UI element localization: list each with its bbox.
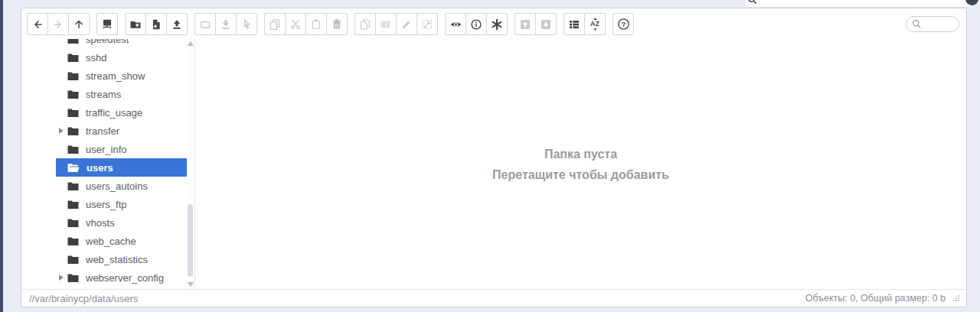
tree-item-sshd[interactable]: sshd [21,48,194,67]
topstrip-search-box[interactable] [744,0,972,8]
sort-az-icon: ▲AZ▼ [590,17,599,31]
toolbar-group-view-info [445,13,508,35]
tree-item-inner[interactable]: vhosts [56,213,193,232]
tree-item-inner[interactable]: transfer [56,122,193,140]
tree-item-stream_show[interactable]: stream_show [21,67,194,85]
forward-button[interactable] [47,13,69,35]
copy-button[interactable] [264,13,286,35]
status-right: Объекты: 0, Общий размер: 0 b [805,293,960,304]
tree-item-label: users_ftp [86,199,126,210]
tree-scrollbar[interactable] [187,39,194,289]
eye-icon [449,18,462,31]
tree-item-inner[interactable]: traffic_usage [56,103,193,122]
tree-item-traffic_usage[interactable]: traffic_usage [21,103,194,122]
sort-button[interactable]: ▲AZ▼ [584,13,606,35]
tree-item-inner[interactable]: stream_show [56,67,193,85]
tree-item-web_cache[interactable]: web_cache [21,232,194,250]
preview-button[interactable] [445,13,466,35]
tree-item-inner[interactable]: web_statistics [56,250,193,268]
tree-item-web_statistics[interactable]: web_statistics [21,250,194,268]
tree-item-users[interactable]: users [21,158,194,177]
list-view-icon [568,18,580,31]
content-area: speedtest sshd stream_show streams [21,39,966,289]
tree-item-speedtest[interactable]: speedtest [21,39,194,48]
new-folder-button[interactable] [125,13,146,35]
resize-grip-icon[interactable] [952,294,960,302]
open-button[interactable] [194,13,216,35]
download-button[interactable] [215,13,237,35]
info-button[interactable] [466,13,487,35]
asterisk-icon [491,18,503,31]
toolbar-group-display: ▲AZ▼ [564,13,606,35]
delete-button[interactable] [326,13,348,35]
tree-item-label: vhosts [86,217,115,229]
paste-button[interactable] [305,13,327,35]
tree-item-users_ftp[interactable]: users_ftp [21,195,194,213]
duplicate-button[interactable] [354,13,376,35]
back-button[interactable] [27,13,48,35]
rectangle-icon [199,18,211,31]
folder-icon [67,53,79,63]
empty-folder-message: Папка пуста Перетащите чтобы добавить [492,144,669,185]
edit-button[interactable] [396,13,417,35]
upload-button[interactable] [166,13,188,35]
toolbar-group-navigation [27,13,90,35]
info-circle-icon [470,18,482,31]
up-button[interactable] [68,13,90,35]
new-file-button[interactable] [145,13,167,35]
tree-item-users_autoins[interactable]: users_autoins [21,177,194,195]
archive-button[interactable] [514,13,536,35]
folder-icon [67,108,79,118]
tree-item-streams[interactable]: streams [21,85,194,103]
tree-item-inner[interactable]: streams [56,85,193,103]
tree-item-label: traffic_usage [86,107,142,119]
tree-item-user_info[interactable]: user_info [21,140,194,158]
folder-plus-icon [129,18,142,31]
tree-item-inner[interactable]: users_ftp [56,195,193,213]
tree-item-inner[interactable]: speedtest [56,39,193,48]
cut-button[interactable] [285,13,306,35]
permissions-button[interactable] [486,13,508,35]
question-circle-icon: ? [617,18,630,31]
tree-item-label: transfer [86,125,119,137]
arrow-right-icon [52,18,64,31]
select-button[interactable] [236,13,257,35]
tree-item-inner[interactable]: user_info [56,140,193,158]
folder-icon [67,89,79,99]
toolbar-group-help: ? [612,13,634,35]
tree-item-label: streams [86,89,121,100]
folder-icon [67,145,79,154]
toolbar-search[interactable] [906,16,959,32]
current-path: //var/brainycp/data/users [29,293,138,304]
netmount-button[interactable] [96,13,118,35]
search-input[interactable] [922,19,959,30]
tree-item-inner[interactable]: users_autoins [56,177,193,195]
folder-icon [67,236,79,246]
tree-item-vhosts[interactable]: vhosts [21,213,194,232]
upload-icon [171,18,183,31]
toolbar-group-open-select [194,13,257,35]
tree-item-inner[interactable]: users [56,158,193,177]
scroll-down-arrow-icon[interactable] [188,282,194,287]
rename-button[interactable] [375,13,397,35]
clipboard-icon [310,18,322,31]
file-list-area[interactable]: Папка пуста Перетащите чтобы добавить [195,39,966,289]
tree-item-inner[interactable]: web_cache [56,232,193,250]
scroll-up-arrow-icon[interactable] [188,41,194,46]
tree-item-webserver_config[interactable]: webserver_config [21,268,194,287]
help-button[interactable]: ? [612,13,634,35]
extract-button[interactable] [535,13,557,35]
toolbar-group-mount [96,13,118,35]
duplicate-icon [359,18,371,31]
folder-icon [67,218,79,228]
trash-icon [331,18,343,31]
view-list-button[interactable] [564,13,585,35]
status-bar: //var/brainycp/data/users Объекты: 0, Об… [21,289,966,307]
tree-item-transfer[interactable]: transfer [21,122,194,140]
tree-item-label: web_cache [86,236,136,247]
resize-button[interactable] [416,13,438,35]
tree-item-inner[interactable]: webserver_config [56,268,193,287]
tree-item-inner[interactable]: sshd [56,48,193,67]
scroll-thumb[interactable] [188,204,193,277]
tree-item-label: webserver_config [86,272,164,284]
